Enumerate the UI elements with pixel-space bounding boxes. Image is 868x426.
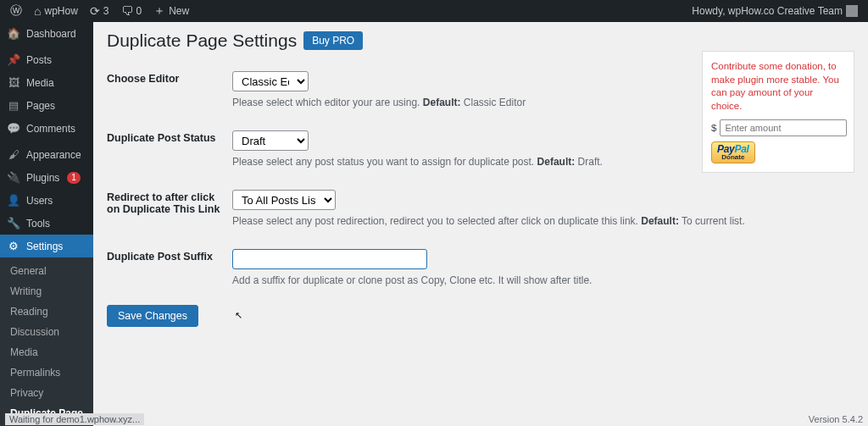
sidebar-item-pages[interactable]: ▤Pages [0,94,93,117]
sidebar-item-settings[interactable]: ⚙Settings [0,235,93,257]
submenu-item-discussion[interactable]: Discussion [0,322,93,342]
new-label: New [169,5,189,17]
footer: Waiting for demo1.wphow.xyz... Version 5… [0,412,868,426]
status-desc: Please select any post status you want t… [232,156,745,168]
status-select[interactable]: Draft [232,130,309,151]
pages-icon: ▤ [7,99,20,112]
page-title: Duplicate Page Settings [107,30,297,51]
plugins-icon: 🔌 [7,171,20,184]
suffix-input[interactable] [232,249,427,269]
sidebar-item-plugins[interactable]: 🔌Plugins1 [0,166,93,189]
donation-text: Contribute some donation, to make plugin… [711,60,845,113]
submenu-item-privacy[interactable]: Privacy [0,383,93,403]
wordpress-icon: ⓦ [10,3,22,19]
posts-icon: 📌 [7,53,20,66]
sidebar-item-media[interactable]: 🖾Media [0,71,93,94]
comments-item[interactable]: 🗨0 [116,0,147,22]
editor-select[interactable]: Classic Editor [232,71,309,91]
sidebar-item-posts[interactable]: 📌Posts [0,48,93,71]
sidebar-item-label: Dashboard [26,28,76,40]
status-label: Duplicate Post Status [107,122,232,181]
submenu-item-media[interactable]: Media [0,342,93,362]
buy-pro-button[interactable]: Buy PRO [303,31,363,50]
sidebar-item-label: Comments [26,123,75,135]
suffix-desc: Add a suffix for duplicate or clone post… [232,274,745,286]
settings-submenu: GeneralWritingReadingDiscussionMediaPerm… [0,257,93,426]
currency-label: $ [711,123,716,133]
settings-icon: ⚙ [7,240,20,252]
sidebar-item-label: Posts [26,54,52,66]
sidebar-item-users[interactable]: 👤Users [0,189,93,212]
sidebar-item-appearance[interactable]: 🖌Appearance [0,143,93,166]
wp-logo[interactable]: ⓦ [5,0,27,22]
submenu-item-reading[interactable]: Reading [0,302,93,322]
new-item[interactable]: ＋New [148,0,194,22]
comments-count: 0 [136,5,142,17]
avatar-icon [846,5,858,17]
updates-item[interactable]: ⟳3 [85,0,114,22]
appearance-icon: 🖌 [7,148,20,161]
donation-amount-input[interactable] [720,119,847,136]
home-icon: ⌂ [34,4,41,18]
sidebar-item-tools[interactable]: 🔧Tools [0,212,93,235]
refresh-icon: ⟳ [90,4,100,18]
updates-count: 3 [103,5,109,17]
submenu-item-permalinks[interactable]: Permalinks [0,362,93,383]
redirect-desc: Please select any post redirection, redi… [232,215,745,227]
save-button[interactable]: Save Changes [107,305,198,327]
page-title-row: Duplicate Page Settings Buy PRO [107,30,854,51]
howdy-label: Howdy, wpHow.co Creative Team [692,5,843,17]
site-name-label: wpHow [44,5,77,17]
dashboard-icon: 🏠 [7,27,20,40]
comment-icon: 🗨 [121,4,133,18]
paypal-donate-button[interactable]: PayPal Donate [711,141,755,163]
browser-status: Waiting for demo1.wphow.xyz... [5,413,144,425]
sidebar-item-label: Pages [26,100,55,112]
media-icon: 🖾 [7,76,20,89]
settings-form: Choose Editor Classic Editor Please sele… [107,63,745,300]
sidebar-item-label: Settings [26,241,63,252]
comments-icon: 💬 [7,122,20,135]
admin-bar-left: ⓦ ⌂wpHow ⟳3 🗨0 ＋New [5,0,194,22]
howdy-item[interactable]: Howdy, wpHow.co Creative Team [687,0,863,22]
wp-version: Version 5.4.2 [809,414,863,424]
editor-label: Choose Editor [107,63,232,122]
update-badge: 1 [67,172,81,184]
plus-icon: ＋ [153,3,165,19]
users-icon: 👤 [7,194,20,207]
donation-amount-row: $ [711,119,845,136]
donation-box: Contribute some donation, to make plugin… [702,51,854,173]
redirect-select[interactable]: To All Posts List [232,190,336,210]
redirect-label: Redirect to after click on Duplicate Thi… [107,181,232,241]
admin-sidebar: 🏠Dashboard📌Posts🖾Media▤Pages💬Comments🖌Ap… [0,22,93,426]
paypal-donate-label: Donate [717,154,749,163]
tools-icon: 🔧 [7,217,20,230]
admin-bar-right: Howdy, wpHow.co Creative Team [687,0,863,22]
submenu-item-writing[interactable]: Writing [0,281,93,302]
sidebar-item-label: Media [26,77,54,89]
sidebar-item-label: Tools [26,218,50,230]
sidebar-item-label: Appearance [26,149,81,161]
sidebar-item-dashboard[interactable]: 🏠Dashboard [0,22,93,45]
admin-bar: ⓦ ⌂wpHow ⟳3 🗨0 ＋New Howdy, wpHow.co Crea… [0,0,868,22]
sidebar-item-label: Users [26,195,53,207]
editor-desc: Please select which editor your are usin… [232,97,745,108]
site-name-item[interactable]: ⌂wpHow [29,0,83,22]
sidebar-item-comments[interactable]: 💬Comments [0,117,93,140]
sidebar-item-label: Plugins [26,172,59,184]
suffix-label: Duplicate Post Suffix [107,241,232,300]
submenu-item-general[interactable]: General [0,261,93,281]
